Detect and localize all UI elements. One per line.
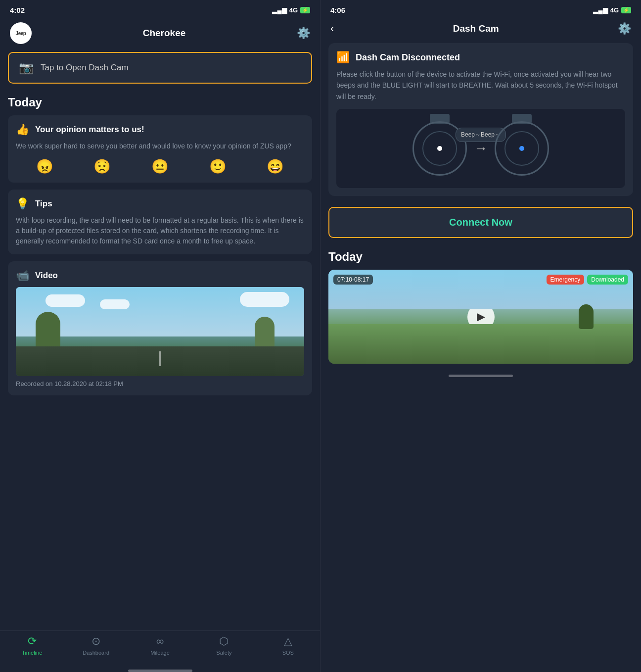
connect-now-button[interactable]: Connect Now: [328, 207, 633, 238]
signal-type-right: 4G: [610, 6, 619, 14]
wifi-off-icon: 📶: [336, 51, 350, 64]
tips-title: Tips: [35, 199, 52, 209]
cam-lens-inner-right: [504, 131, 539, 166]
bottom-nav-left: ⟳ Timeline ⊙ Dashboard ∞ Mileage ⬡ Safet…: [0, 630, 320, 666]
thumbsup-icon: 👍: [16, 123, 29, 136]
arrow-icon: →: [474, 141, 488, 156]
tips-card: 💡 Tips With loop recording, the card wil…: [8, 190, 312, 254]
time-left: 4:02: [10, 6, 25, 14]
nav-sos[interactable]: △ SOS: [256, 635, 320, 656]
tips-body: With loop recording, the card will need …: [16, 215, 304, 246]
battery-icon-left: ⚡: [300, 7, 310, 13]
time-right: 4:06: [330, 6, 345, 14]
jeep-logo: Jeep: [10, 22, 32, 44]
today-title-right: Today: [320, 246, 641, 270]
video-title: Video: [35, 271, 58, 281]
video-thumbnail-right[interactable]: 07:10-08:17 Emergency Downloaded ▶: [328, 270, 633, 364]
sos-label: SOS: [282, 650, 294, 656]
video-thumbnail-left[interactable]: [16, 287, 304, 376]
right-phone: 4:06 ▂▄▆ 4G ⚡ ‹ Dash Cam ⚙️ 📶 Dash Cam D…: [320, 0, 641, 672]
disconnected-header: 📶 Dash Cam Disconnected: [336, 51, 625, 64]
sos-icon: △: [284, 635, 292, 648]
home-indicator-left: [128, 670, 192, 672]
tips-card-header: 💡 Tips: [16, 197, 304, 210]
battery-icon-right: ⚡: [621, 7, 631, 13]
status-bar-right: 4:06 ▂▄▆ 4G ⚡: [320, 0, 641, 18]
settings-icon-left[interactable]: ⚙️: [297, 27, 310, 40]
timeline-label: Timeline: [22, 650, 42, 656]
signal-bars-icon-right: ▂▄▆: [593, 6, 607, 14]
badge-downloaded: Downloaded: [587, 275, 628, 285]
safety-label: Safety: [216, 650, 231, 656]
video-card-header: 📹 Video: [16, 269, 304, 282]
back-button[interactable]: ‹: [330, 22, 334, 35]
page-title-left: Cherokee: [143, 28, 186, 39]
today-title-left: Today: [0, 92, 320, 115]
dashboard-icon: ⊙: [92, 635, 100, 648]
nav-dashboard[interactable]: ⊙ Dashboard: [64, 635, 128, 656]
nav-safety[interactable]: ⬡ Safety: [192, 635, 256, 656]
emoji-very-sad[interactable]: 😠: [36, 158, 53, 175]
cam-right: [495, 121, 549, 176]
home-indicator-right: [449, 375, 513, 377]
mileage-label: Mileage: [150, 650, 170, 656]
connect-label: Connect Now: [449, 217, 512, 228]
timeline-icon: ⟳: [28, 635, 37, 648]
emoji-row: 😠 😟 😐 🙂 😄: [16, 158, 304, 175]
settings-icon-right[interactable]: ⚙️: [618, 22, 631, 35]
page-title-right: Dash Cam: [453, 23, 499, 34]
cam-dot-left: [437, 146, 442, 151]
disconnected-body: Please click the button of the device to…: [336, 69, 625, 102]
cam-lens-right: [495, 121, 549, 176]
left-phone: 4:02 ▂▄▆ 4G ⚡ Jeep Cherokee ⚙️ 📷 Tap to …: [0, 0, 320, 672]
video-overlay: 07:10-08:17 Emergency Downloaded: [328, 270, 633, 289]
opinion-card: 👍 Your opinion matters to us! We work su…: [8, 115, 312, 183]
dashboard-label: Dashboard: [83, 650, 109, 656]
open-dashcam-button[interactable]: 📷 Tap to Open Dash Cam: [8, 52, 312, 84]
cam-illustration: Beep～Beep～ →: [336, 109, 625, 188]
bulb-icon: 💡: [16, 197, 29, 210]
emoji-happy[interactable]: 🙂: [209, 158, 227, 175]
nav-timeline[interactable]: ⟳ Timeline: [0, 635, 64, 656]
disconnected-title: Dash Cam Disconnected: [356, 52, 460, 63]
badge-emergency: Emergency: [547, 275, 585, 285]
dashcam-btn-label: Tap to Open Dash Cam: [41, 63, 129, 73]
dashcam-icon: 📷: [19, 61, 34, 75]
disconnected-card: 📶 Dash Cam Disconnected Please click the…: [328, 43, 633, 196]
status-bar-left: 4:02 ▂▄▆ 4G ⚡: [0, 0, 320, 18]
cam-lens-inner-left: [422, 131, 457, 166]
mileage-icon: ∞: [156, 635, 164, 648]
cam-dot-right-blue: [519, 146, 524, 151]
signal-bars-icon: ▂▄▆: [272, 6, 286, 14]
emoji-sad[interactable]: 😟: [93, 158, 111, 175]
app-header-left: Jeep Cherokee ⚙️: [0, 18, 320, 50]
emoji-neutral[interactable]: 😐: [151, 158, 169, 175]
video-card-right: 07:10-08:17 Emergency Downloaded ▶: [328, 270, 633, 364]
safety-icon: ⬡: [219, 635, 229, 648]
video-caption: Recorded on 10.28.2020 at 02:18 PM: [16, 380, 304, 387]
opinion-card-header: 👍 Your opinion matters to us!: [16, 123, 304, 136]
video-card-left: 📹 Video Recorded on 10.28.2020 at 02:18 …: [8, 261, 312, 395]
video-icon: 📹: [16, 269, 29, 282]
app-header-right: ‹ Dash Cam ⚙️: [320, 18, 641, 41]
video-timestamp: 07:10-08:17: [333, 275, 373, 285]
signal-type-left: 4G: [289, 6, 298, 14]
nav-mileage[interactable]: ∞ Mileage: [128, 635, 192, 656]
status-icons-right: ▂▄▆ 4G ⚡: [593, 6, 631, 14]
opinion-title: Your opinion matters to us!: [35, 125, 144, 135]
video-badges: Emergency Downloaded: [547, 275, 628, 285]
opinion-body: We work super hard to serve you better a…: [16, 141, 304, 151]
emoji-very-happy[interactable]: 😄: [267, 158, 284, 175]
status-icons-left: ▂▄▆ 4G ⚡: [272, 6, 310, 14]
